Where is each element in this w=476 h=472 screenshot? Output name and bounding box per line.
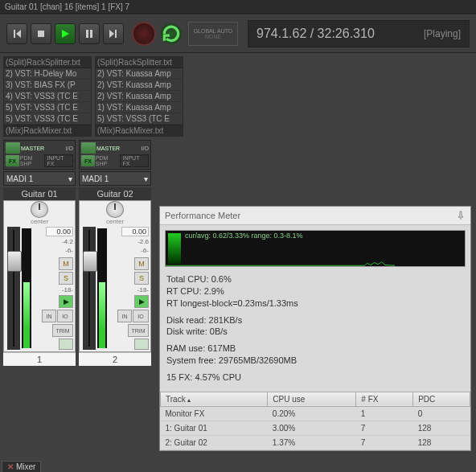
cpu-bar-graph: [168, 233, 181, 264]
svg-rect-2: [90, 30, 92, 38]
in-button[interactable]: IN: [117, 310, 132, 322]
ram-use: RAM use: 617MB: [166, 343, 464, 355]
performance-stats: Total CPU: 0.6% RT CPU: 2.9% RT longest-…: [160, 272, 470, 388]
fx-cpu: 15 FX: 4.57% CPU: [166, 371, 464, 384]
disk-read: Disk read: 281KB/s: [166, 314, 464, 326]
fx-slot[interactable]: 3) VST: BIAS FX (P: [4, 80, 91, 91]
pan-label: center: [31, 218, 48, 225]
pause-button[interactable]: [79, 23, 100, 44]
volume-fader[interactable]: [7, 251, 22, 272]
cpu-history-line: [166, 261, 395, 266]
pan-section: center: [80, 201, 150, 225]
solo-button[interactable]: S: [134, 272, 149, 285]
trim-button[interactable]: TRIM: [52, 324, 73, 337]
volume-readout[interactable]: 0.00: [121, 227, 149, 236]
solo-button[interactable]: S: [59, 272, 73, 285]
fx-slot[interactable]: 5) VST: VSS3 (TC E: [4, 113, 91, 125]
track-name[interactable]: Guitar 01: [3, 187, 76, 200]
performance-meter-titlebar[interactable]: Performance Meter: [160, 207, 470, 225]
routing-section: MASTERI/O FX PDM SHP INPUT FX: [3, 140, 76, 170]
col-track[interactable]: Track▴: [161, 392, 268, 406]
disk-write: Disk write: 0B/s: [166, 326, 464, 338]
record-arm-button[interactable]: ▶: [59, 295, 73, 308]
table-row[interactable]: Monitor FX0.20%10: [161, 406, 470, 421]
go-to-end-button[interactable]: [103, 23, 124, 44]
strip-body: center 0.00 -2.6 -6- M S -18- ▶ INIO TRI…: [79, 200, 151, 352]
col-nfx[interactable]: # FX: [356, 392, 413, 406]
level-meter: [97, 228, 107, 348]
go-to-start-button[interactable]: [6, 23, 27, 44]
fx-button[interactable]: [81, 142, 96, 154]
fx-slot[interactable]: 1) VST: Kuassa Amp: [96, 102, 183, 113]
fx-slot[interactable]: 2) VST: H-Delay Mo: [4, 68, 91, 80]
repeat-button[interactable]: [161, 23, 182, 44]
mute-button[interactable]: M: [134, 257, 149, 270]
svg-rect-0: [38, 31, 44, 37]
io-route-dropdown[interactable]: MADI 1▾: [79, 171, 151, 186]
fx-slot[interactable]: 5) VST: VSS3 (TC E: [96, 113, 183, 125]
mixer-strip: MASTERI/O FX PDM SHP INPUT FX MADI 1▾ Gu…: [3, 140, 76, 366]
fx-monitor-button[interactable]: FX: [81, 155, 95, 166]
fx-monitor-button[interactable]: FX: [6, 155, 19, 166]
pan-section: center: [4, 201, 75, 225]
input-fx-button[interactable]: INPUT FX: [120, 154, 149, 167]
envelope-button[interactable]: [134, 339, 149, 350]
io-button[interactable]: IO: [133, 310, 149, 322]
svg-rect-1: [86, 30, 88, 38]
table-row[interactable]: 1: Guitar 013.00%7128: [161, 421, 470, 435]
play-button[interactable]: [55, 23, 76, 44]
fx-slot[interactable]: 4) VST: VSS3 (TC E: [4, 91, 91, 102]
record-button[interactable]: [132, 22, 156, 46]
routing-section: MASTERI/O FX PDM SHP INPUT FX: [79, 140, 151, 170]
input-fx-button[interactable]: INPUT FX: [44, 154, 73, 167]
stop-button[interactable]: [31, 23, 51, 44]
cpu-graph: cur/avg: 0.62/3.33% range: 0.3-8.1%: [165, 230, 466, 267]
io-button[interactable]: IO: [57, 310, 73, 322]
col-pdc[interactable]: PDC: [413, 392, 470, 406]
pan-knob[interactable]: [106, 201, 124, 218]
global-automation-box[interactable]: GLOBAL AUTO NONE: [188, 22, 238, 46]
trim-button[interactable]: TRIM: [128, 324, 149, 337]
fx-chain-area: (Split)RackSplitter.txt 2) VST: H-Delay …: [0, 53, 476, 137]
close-icon[interactable]: ✕: [7, 462, 14, 471]
in-button[interactable]: IN: [42, 310, 56, 322]
mute-button[interactable]: M: [59, 257, 73, 270]
volume-readout[interactable]: 0.00: [46, 227, 73, 236]
global-auto-value: NONE: [205, 34, 221, 39]
performance-meter-window[interactable]: Performance Meter cur/avg: 0.62/3.33% ra…: [159, 206, 471, 451]
pan-knob[interactable]: [31, 201, 48, 218]
bottom-tab-bar: ✕ Mixer: [2, 461, 41, 472]
fx-chain-header: (Split)RackSplitter.txt: [96, 57, 183, 68]
track-info-strip: Guitar 01 [chan] 16 [items] 1 [FX] 7: [0, 0, 476, 14]
fader-track: [83, 227, 96, 350]
track-number[interactable]: 1: [3, 352, 76, 366]
envelope-button[interactable]: [59, 339, 73, 350]
peak-readout: -4.2: [62, 238, 73, 245]
total-cpu: Total CPU: 0.6%: [166, 273, 464, 285]
fx-slot[interactable]: 2) VST: Kuassa Amp: [96, 91, 183, 102]
fx-chain-track-1[interactable]: (Split)RackSplitter.txt 2) VST: H-Delay …: [3, 56, 92, 137]
track-name[interactable]: Guitar 02: [79, 187, 151, 200]
fx-chain-footer: (Mix)RackMixer.txt: [96, 125, 183, 136]
pan-label: center: [106, 218, 124, 225]
volume-fader[interactable]: [83, 251, 97, 272]
fx-slot[interactable]: 5) VST: VSS3 (TC E: [4, 102, 91, 113]
io-route-dropdown[interactable]: MADI 1▾: [3, 171, 76, 186]
pin-icon[interactable]: [456, 211, 466, 220]
level-meter: [22, 228, 31, 348]
fx-chain-footer: (Mix)RackMixer.txt: [4, 125, 91, 136]
performance-table[interactable]: Track▴ CPU use # FX PDC Monitor FX0.20%1…: [160, 392, 470, 450]
track-number[interactable]: 2: [79, 352, 151, 366]
fx-slot[interactable]: 2) VST: Kuassa Amp: [96, 68, 183, 80]
mixer-tab[interactable]: ✕ Mixer: [2, 461, 41, 472]
record-arm-button[interactable]: ▶: [134, 295, 149, 308]
transport-bar: GLOBAL AUTO NONE 974.1.62 / 32:26.310 [P…: [0, 14, 476, 53]
timecode-value: 974.1.62 / 32:26.310: [256, 27, 375, 41]
global-auto-label: GLOBAL AUTO: [194, 28, 233, 34]
fx-button[interactable]: [6, 142, 20, 154]
timecode-display[interactable]: 974.1.62 / 32:26.310 [Playing]: [248, 20, 470, 47]
fx-slot[interactable]: 2) VST: Kuassa Amp: [96, 80, 183, 91]
table-row[interactable]: 2: Guitar 021.37%7128: [161, 435, 470, 449]
col-cpu[interactable]: CPU use: [268, 392, 356, 406]
fx-chain-track-2[interactable]: (Split)RackSplitter.txt 2) VST: Kuassa A…: [95, 56, 183, 137]
